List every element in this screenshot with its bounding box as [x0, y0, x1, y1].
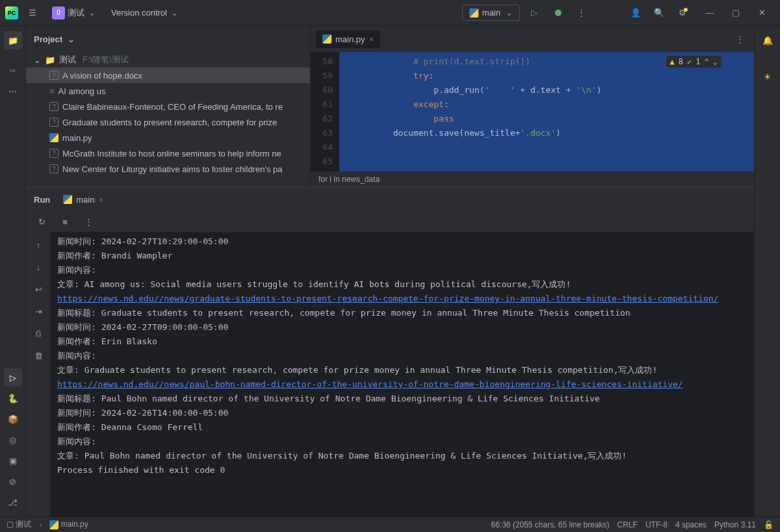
tree-item[interactable]: ≡AI among us: [26, 83, 310, 99]
chevron-down-icon: [87, 8, 96, 18]
settings-icon[interactable]: ⚙: [673, 4, 692, 22]
console-output[interactable]: 新闻时间: 2024-02-27T10:29:00-05:00新闻作者: Bra…: [51, 232, 754, 516]
breadcrumb-project[interactable]: ▢ 测试: [6, 519, 31, 530]
vcs-menu[interactable]: Version control: [106, 5, 183, 20]
tree-item[interactable]: ?A vision of hope.docx: [26, 68, 310, 83]
clear-icon[interactable]: 🗑: [29, 346, 47, 364]
inspection-badge[interactable]: ▲ 8 ✔ 1 ⌃ ⌄: [666, 56, 722, 68]
ide-theme-icon[interactable]: ☀: [759, 68, 777, 86]
text-icon: ≡: [49, 86, 55, 96]
notifications-icon[interactable]: 🔔: [759, 31, 777, 49]
scroll-to-end-icon[interactable]: ⇥: [29, 302, 47, 320]
problems-tool-button[interactable]: ⊘: [4, 472, 22, 490]
more-actions-icon[interactable]: ⋮: [572, 4, 590, 22]
console-link[interactable]: https://news.nd.edu//news/graduate-stude…: [57, 294, 718, 303]
python-icon: [322, 34, 332, 44]
close-tab-icon[interactable]: ×: [369, 34, 374, 44]
indent-setting[interactable]: 4 spaces: [675, 520, 707, 529]
chevron-down-icon: [66, 34, 75, 44]
project-selector[interactable]: 0 测试: [47, 4, 101, 22]
print-icon[interactable]: ⎙: [29, 324, 47, 342]
run-tab-main[interactable]: main ×: [58, 192, 109, 207]
search-icon[interactable]: 🔍: [650, 4, 668, 22]
project-name-label: 测试: [68, 7, 84, 19]
python-interpreter[interactable]: Python 3.11: [714, 520, 756, 529]
breadcrumb-file[interactable]: main.py: [49, 520, 88, 529]
left-tool-rail: 📁 ▫▫ ⋯ ▷ 🐍 📦 ◎ ▣ ⊘ ⎇: [0, 26, 26, 516]
services-tool-button[interactable]: ◎: [4, 431, 22, 449]
doc-icon: ?: [49, 118, 58, 127]
project-tool-button[interactable]: 📁: [4, 31, 22, 49]
project-badge: 0: [52, 6, 65, 19]
statusbar: ▢ 测试 › main.py 66:36 (2055 chars, 65 lin…: [0, 516, 780, 532]
terminal-tool-button[interactable]: ▣: [4, 451, 22, 470]
soft-wrap-icon[interactable]: ↩: [29, 280, 47, 298]
file-encoding[interactable]: UTF-8: [645, 520, 668, 529]
editor-breadcrumb[interactable]: for i in news_data: [311, 171, 754, 187]
breadcrumb-text: for i in news_data: [318, 175, 380, 184]
stop-button[interactable]: ■: [56, 212, 74, 231]
tree-item-label: AI among us: [58, 86, 106, 96]
doc-icon: ?: [49, 164, 58, 173]
run-more-icon[interactable]: ⋮: [79, 212, 98, 231]
line-separator[interactable]: CRLF: [618, 520, 638, 529]
hamburger-icon[interactable]: ☰: [23, 4, 42, 22]
run-gutter: ↑ ↓ ↩ ⇥ ⎙ 🗑: [26, 232, 51, 516]
caret-position[interactable]: 66:36 (2055 chars, 65 line breaks): [491, 520, 609, 529]
run-panel-title: Run: [34, 195, 50, 205]
run-tool-button[interactable]: ▷: [4, 368, 22, 386]
minimize-button[interactable]: —: [697, 3, 723, 23]
run-button[interactable]: ▷: [525, 4, 543, 22]
debug-button[interactable]: ⬢: [549, 4, 567, 22]
console-link[interactable]: https://news.nd.edu//news/paul-bohn-name…: [57, 379, 683, 389]
tree-root-path: F:\随笔\测试: [83, 54, 129, 66]
tree-item-label: Graduate students to present research, c…: [62, 118, 277, 127]
project-tree[interactable]: ⌄ 📁 测试 F:\随笔\测试 ?A vision of hope.docx≡A…: [26, 52, 310, 187]
structure-tool-button[interactable]: ▫▫: [4, 61, 22, 79]
titlebar: PC ☰ 0 测试 Version control main ▷ ⬢ ⋮ 👤 🔍…: [0, 0, 780, 26]
close-tab-icon[interactable]: ×: [98, 195, 103, 205]
warning-icon: ✔: [687, 57, 692, 66]
editor-tabs: main.py × ⋮: [311, 26, 754, 52]
chevron-down-icon: [504, 8, 513, 18]
chevron-down-icon: [170, 8, 178, 18]
editor-tab-main[interactable]: main.py ×: [316, 31, 380, 48]
python-console-button[interactable]: 🐍: [4, 389, 22, 407]
vcs-tool-button[interactable]: ⎇: [4, 493, 22, 511]
chevron-down-icon[interactable]: ⌄: [713, 57, 718, 66]
run-tab-label: main: [76, 195, 94, 205]
editor-code[interactable]: # print(d.text.strip()) try: p.add_run('…: [339, 52, 754, 171]
error-icon: ▲: [670, 57, 675, 66]
more-tool-button[interactable]: ⋯: [4, 82, 22, 100]
code-with-me-icon[interactable]: 👤: [627, 4, 645, 22]
tree-item[interactable]: ?Claire Babineaux-Fontenot, CEO of Feedi…: [26, 99, 310, 114]
tree-root[interactable]: ⌄ 📁 测试 F:\随笔\测试: [26, 52, 310, 68]
doc-icon: ?: [49, 71, 58, 80]
lock-icon[interactable]: 🔓: [764, 520, 774, 529]
tree-item[interactable]: ?New Center for Liturgy initiative aims …: [26, 161, 310, 177]
python-icon: [469, 8, 478, 18]
run-configuration-selector[interactable]: main: [462, 5, 520, 21]
doc-icon: ?: [49, 102, 58, 111]
doc-icon: ?: [49, 149, 58, 158]
folder-icon: 📁: [45, 55, 55, 65]
scroll-up-icon[interactable]: ↑: [29, 236, 47, 254]
scroll-down-icon[interactable]: ↓: [29, 258, 47, 276]
editor-more-icon[interactable]: ⋮: [731, 30, 749, 48]
chevron-down-icon: ⌄: [34, 55, 41, 65]
pycharm-logo-icon: PC: [5, 6, 18, 19]
right-tool-rail: 🔔 ☀: [754, 26, 780, 516]
warning-count: 1: [696, 57, 700, 66]
chevron-up-icon[interactable]: ⌃: [705, 57, 709, 66]
python-icon: [63, 195, 72, 204]
maximize-button[interactable]: ▢: [723, 3, 749, 23]
python-packages-button[interactable]: 📦: [4, 410, 22, 428]
rerun-button[interactable]: ↻: [32, 212, 51, 231]
tree-item-label: New Center for Liturgy initiative aims t…: [62, 164, 282, 174]
tree-item-label: McGrath Institute to host online seminar…: [62, 149, 281, 158]
tree-item[interactable]: ?Graduate students to present research, …: [26, 114, 310, 130]
tree-item[interactable]: main.py: [26, 130, 310, 146]
close-button[interactable]: ✕: [749, 3, 775, 23]
editor-panel: main.py × ⋮ 5859606162636465 # print(d.t…: [311, 26, 754, 187]
tree-item[interactable]: ?McGrath Institute to host online semina…: [26, 146, 310, 161]
